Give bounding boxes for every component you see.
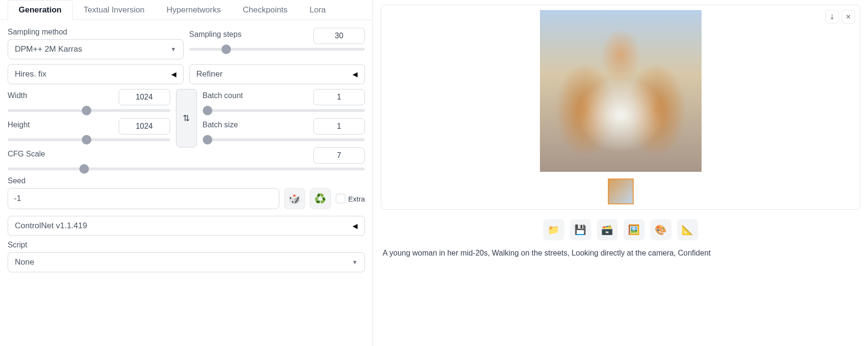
batch-count-slider[interactable] [203, 109, 365, 112]
generated-image[interactable] [540, 10, 702, 172]
save-icon: 💾 [574, 224, 586, 235]
dice-icon: 🎲 [288, 193, 300, 204]
height-label: Height [8, 121, 30, 129]
send-to-img2img-button[interactable]: 🖼️ [624, 219, 645, 240]
zip-button[interactable]: 🗃️ [597, 219, 618, 240]
thumbnail-1[interactable] [608, 179, 634, 204]
width-input[interactable] [119, 89, 170, 105]
recycle-icon: ♻️ [314, 193, 326, 204]
extra-seed-label: Extra [348, 195, 365, 203]
script-label: Script [8, 241, 365, 249]
tab-hypernetworks[interactable]: Hypernetworks [155, 0, 231, 20]
open-folder-button[interactable]: 📁 [543, 219, 564, 240]
tab-generation[interactable]: Generation [8, 0, 73, 20]
height-input[interactable] [119, 118, 170, 134]
sampling-method-value: DPM++ 2M Karras [15, 45, 82, 54]
tab-checkpoints[interactable]: Checkpoints [232, 0, 299, 20]
close-preview-button[interactable]: ✕ [842, 10, 855, 23]
batch-size-input[interactable] [313, 118, 365, 134]
cfg-input[interactable] [313, 147, 365, 164]
batch-size-slider[interactable] [203, 138, 365, 141]
sampling-steps-label: Sampling steps [189, 30, 242, 39]
collapse-left-icon: ◀ [352, 222, 358, 230]
refiner-label: Refiner [197, 69, 223, 79]
sampling-method-label: Sampling method [8, 28, 184, 36]
tab-lora[interactable]: Lora [298, 0, 337, 20]
save-button[interactable]: 💾 [570, 219, 591, 240]
collapse-left-icon: ◀ [352, 70, 358, 78]
ruler-button[interactable]: 📐 [677, 219, 698, 240]
cfg-label: CFG Scale [8, 150, 45, 158]
close-icon: ✕ [846, 13, 851, 21]
swap-dimensions-button[interactable]: ⇅ [176, 89, 197, 147]
reuse-seed-button[interactable]: ♻️ [310, 188, 331, 209]
refiner-toggle[interactable]: Refiner ◀ [189, 64, 365, 84]
controlnet-toggle[interactable]: ControlNet v1.1.419 ◀ [8, 216, 365, 236]
width-label: Width [8, 91, 27, 100]
sampling-method-select[interactable]: DPM++ 2M Karras ▼ [8, 39, 184, 59]
palette-icon: 🎨 [655, 224, 667, 235]
sampling-steps-input[interactable] [313, 28, 365, 44]
cfg-slider[interactable] [8, 167, 365, 170]
folder-icon: 📁 [548, 224, 560, 235]
extra-seed-checkbox[interactable] [336, 194, 345, 203]
chevron-down-icon: ▼ [352, 259, 358, 266]
tab-textual-inversion[interactable]: Textual Inversion [73, 0, 156, 20]
preview-area: ⤓ ✕ [381, 5, 860, 210]
seed-input[interactable] [8, 188, 279, 209]
randomize-seed-button[interactable]: 🎲 [284, 188, 305, 209]
tabs-bar: Generation Textual Inversion Hypernetwor… [0, 0, 373, 20]
generation-info-text: A young woman in her mid-20s, Walking on… [381, 248, 860, 258]
batch-count-label: Batch count [203, 91, 243, 100]
collapse-left-icon: ◀ [171, 70, 176, 78]
ruler-icon: 📐 [681, 224, 693, 235]
batch-size-label: Batch size [203, 121, 238, 129]
sampling-steps-slider[interactable] [189, 48, 365, 51]
archive-icon: 🗃️ [601, 224, 613, 235]
batch-count-input[interactable] [313, 89, 365, 105]
send-to-extras-button[interactable]: 🎨 [650, 219, 671, 240]
download-image-button[interactable]: ⤓ [825, 10, 839, 23]
height-slider[interactable] [8, 138, 170, 141]
chevron-down-icon: ▼ [171, 46, 176, 53]
download-icon: ⤓ [829, 13, 835, 21]
swap-icon: ⇅ [183, 113, 190, 123]
controlnet-label: ControlNet v1.1.419 [15, 221, 87, 231]
image-icon: 🖼️ [628, 224, 640, 235]
width-slider[interactable] [8, 109, 170, 112]
script-value: None [15, 257, 34, 267]
hires-fix-label: Hires. fix [15, 69, 46, 79]
seed-label: Seed [8, 177, 365, 185]
script-select[interactable]: None ▼ [8, 252, 365, 272]
hires-fix-toggle[interactable]: Hires. fix ◀ [8, 64, 184, 84]
